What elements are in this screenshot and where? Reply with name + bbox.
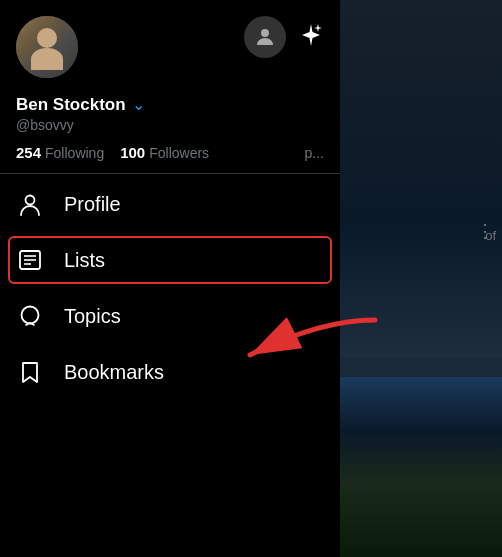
person-icon xyxy=(253,25,277,49)
followers-stat[interactable]: 100 Followers xyxy=(120,144,209,161)
profile-nav-label: Profile xyxy=(64,193,121,216)
bookmark-outline-icon xyxy=(17,359,43,385)
lists-highlight-border xyxy=(8,236,332,284)
sparkle-svg xyxy=(298,22,324,48)
avatar-image xyxy=(16,16,78,78)
bookmarks-nav-icon xyxy=(16,358,44,386)
user-stats-row: 254 Following 100 Followers p... xyxy=(0,140,340,167)
nav-item-lists[interactable]: Lists xyxy=(0,232,340,288)
drawer-panel: Ben Stockton ⌄ @bsovvy 254 Following 100… xyxy=(0,0,340,557)
svg-point-0 xyxy=(261,29,269,37)
following-count: 254 xyxy=(16,144,41,161)
more-text: p... xyxy=(305,145,324,161)
avatar[interactable] xyxy=(16,16,78,78)
lists-outline-icon xyxy=(17,247,43,273)
divider xyxy=(0,173,340,174)
lists-nav-label: Lists xyxy=(64,249,105,272)
topics-nav-icon xyxy=(16,302,44,330)
nav-item-topics[interactable]: Topics xyxy=(0,288,340,344)
drawer-header xyxy=(0,0,340,86)
bookmarks-nav-label: Bookmarks xyxy=(64,361,164,384)
app-container: Ben Stockton ⌄ @bsovvy 254 Following 100… xyxy=(0,0,502,557)
nav-item-bookmarks[interactable]: Bookmarks xyxy=(0,344,340,400)
topics-nav-label: Topics xyxy=(64,305,121,328)
sparkle-icon[interactable] xyxy=(298,22,324,52)
following-label: Following xyxy=(45,145,104,161)
followers-count: 100 xyxy=(120,144,145,161)
profile-nav-icon xyxy=(16,190,44,218)
user-handle: @bsovvy xyxy=(16,116,145,134)
user-info-section: Ben Stockton ⌄ @bsovvy xyxy=(0,86,340,140)
following-stat[interactable]: 254 Following xyxy=(16,144,104,161)
svg-point-1 xyxy=(26,196,35,205)
right-peek-panel: ⋮ of xyxy=(340,0,502,557)
header-right-icons xyxy=(244,16,324,58)
of-text: of xyxy=(485,228,496,243)
followers-label: Followers xyxy=(149,145,209,161)
lists-nav-icon xyxy=(16,246,44,274)
svg-point-6 xyxy=(22,307,39,324)
user-display-name: Ben Stockton xyxy=(16,94,126,116)
person-outline-icon xyxy=(17,191,43,217)
user-name-block: Ben Stockton ⌄ @bsovvy xyxy=(16,94,145,134)
chevron-down-icon[interactable]: ⌄ xyxy=(132,95,145,114)
secondary-profile-icon[interactable] xyxy=(244,16,286,58)
user-name-row: Ben Stockton ⌄ xyxy=(16,94,145,116)
partial-background-image xyxy=(340,357,502,557)
topics-bubble-icon xyxy=(17,303,43,329)
nav-item-profile[interactable]: Profile xyxy=(0,176,340,232)
